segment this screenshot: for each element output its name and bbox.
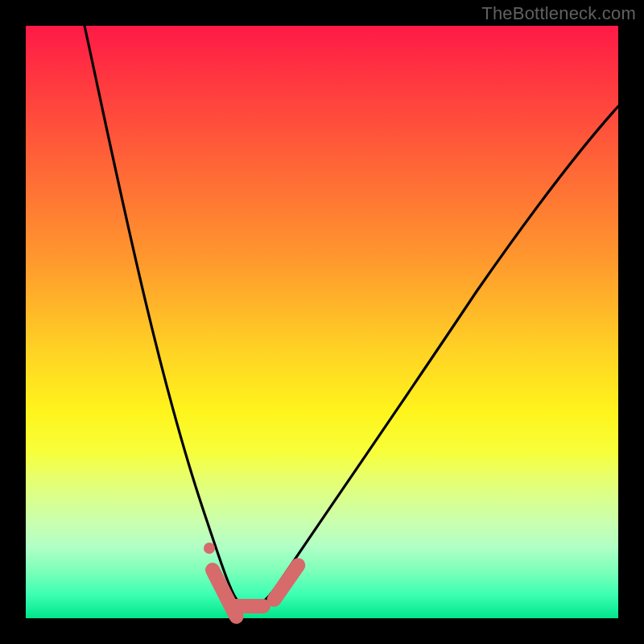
marker-bar [264, 555, 308, 610]
curve-path [85, 26, 618, 608]
marker-bar [227, 599, 270, 613]
bottleneck-curve [26, 26, 618, 618]
chart-frame: TheBottleneck.com [0, 0, 644, 644]
plot-area [26, 26, 618, 618]
marker-dot [204, 543, 215, 554]
watermark-text: TheBottleneck.com [481, 3, 636, 24]
